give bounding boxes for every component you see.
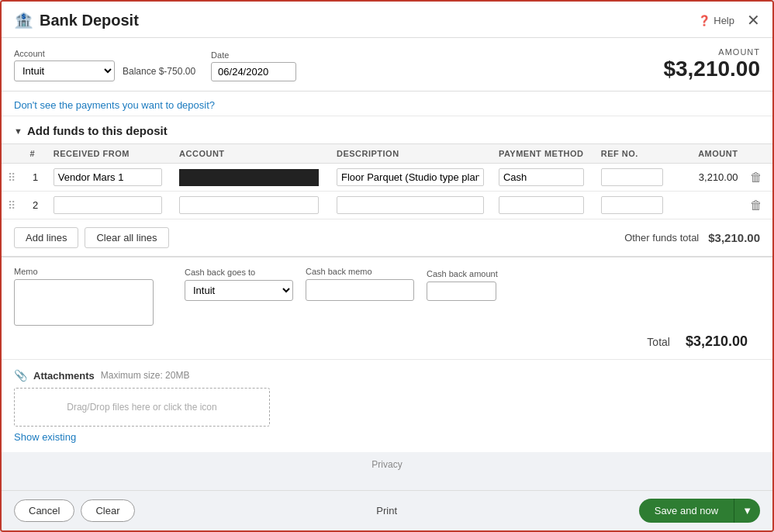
drop-zone[interactable]: Drag/Drop files here or click the icon [14, 388, 270, 427]
cancel-button[interactable]: Cancel [14, 499, 74, 522]
table-row: ⠿ 1 [2, 164, 772, 192]
ref-no-cell-1 [595, 164, 673, 192]
cash-back-amount-label: Cash back amount [427, 269, 498, 278]
account-select-wrap: Intuit Balance $-750.00 [14, 60, 195, 81]
clear-all-lines-button[interactable]: Clear all lines [85, 227, 168, 248]
attachments-label: Attachments [33, 370, 95, 382]
add-lines-button[interactable]: Add lines [14, 227, 78, 248]
other-funds-total: Other funds total $3,210.00 [624, 231, 760, 244]
memo-area: Memo [14, 267, 169, 326]
clear-button[interactable]: Clear [81, 499, 134, 522]
description-input-1[interactable] [337, 168, 484, 186]
cash-back-memo-field: Cash back memo ▲ ▼ [306, 267, 414, 301]
link-section: Don't see the payments you want to depos… [2, 92, 772, 116]
form-top: Account Intuit Balance $-750.00 Date AMO… [2, 38, 772, 92]
help-button[interactable]: ❓ Help [698, 15, 734, 26]
ref-no-input-1[interactable] [601, 168, 663, 186]
print-button[interactable]: Print [376, 505, 397, 516]
save-button-wrap: Save and now ▼ [639, 499, 760, 523]
modal-body: Don't see the payments you want to depos… [2, 92, 772, 490]
cash-back-memo-input[interactable] [306, 282, 414, 299]
received-from-cell-1 [47, 164, 173, 192]
footer-left: Cancel Clear [14, 499, 135, 522]
form-top-left: Account Intuit Balance $-750.00 Date [14, 49, 296, 81]
amount-cell-2 [673, 192, 744, 219]
account-header: ACCOUNT [173, 144, 330, 164]
delete-row-2-button[interactable]: 🗑 [750, 199, 762, 212]
modal-header: 🏦 Bank Deposit ❓ Help ✕ [2, 2, 772, 38]
close-button[interactable]: ✕ [747, 12, 760, 28]
drag-header [2, 144, 23, 164]
save-and-now-button[interactable]: Save and now [639, 499, 734, 523]
cash-back-amount-field: Cash back amount [427, 269, 498, 301]
drag-handle-icon[interactable]: ⠿ [8, 171, 16, 184]
delete-row-1-button[interactable]: 🗑 [750, 171, 762, 185]
delete-cell-1: 🗑 [744, 164, 772, 192]
drag-handle-icon-2[interactable]: ⠿ [8, 199, 16, 212]
received-from-input-1[interactable] [54, 168, 162, 186]
date-input[interactable] [211, 62, 296, 81]
received-from-cell-2 [47, 192, 173, 219]
row-number-2: 2 [23, 192, 47, 219]
account-select[interactable]: Intuit [14, 60, 115, 81]
total-label: Total [647, 336, 670, 348]
cash-back-memo-label: Cash back memo [306, 267, 414, 276]
modal-title: Bank Deposit [40, 12, 139, 29]
privacy-section: Privacy [2, 452, 772, 476]
ref-no-cell-2 [595, 192, 673, 219]
header-left: 🏦 Bank Deposit [14, 11, 139, 29]
max-size-text: Maximum size: 20MB [101, 370, 190, 381]
memo-label: Memo [14, 267, 169, 276]
table-actions-left: Add lines Clear all lines [14, 227, 169, 248]
delete-cell-2: 🗑 [744, 192, 772, 219]
account-cell-1 [173, 164, 330, 192]
modal-footer: Cancel Clear Print Save and now ▼ [2, 490, 772, 530]
collapse-triangle-icon[interactable]: ▼ [14, 126, 22, 136]
bank-deposit-modal: 🏦 Bank Deposit ❓ Help ✕ Account Intuit B… [0, 0, 774, 532]
description-input-2[interactable] [337, 196, 484, 214]
memo-textarea[interactable] [14, 279, 154, 326]
ref-no-header: REF NO. [595, 144, 673, 164]
amount-cell-1: 3,210.00 [673, 164, 744, 192]
payment-method-input-2[interactable] [499, 196, 584, 214]
drag-handle-cell: ⠿ [2, 164, 23, 192]
bank-deposit-icon: 🏦 [14, 11, 33, 29]
description-cell-2 [330, 192, 492, 219]
account-label: Account [14, 49, 195, 58]
cashback-section: Cash back goes to Intuit Cash back memo … [185, 267, 760, 301]
header-right: ❓ Help ✕ [698, 12, 760, 28]
account-input-2[interactable] [179, 196, 319, 214]
amount-header: AMOUNT [673, 144, 744, 164]
table-row: ⠿ 2 [2, 192, 772, 219]
received-from-input-2[interactable] [54, 196, 162, 214]
ref-no-input-2[interactable] [601, 196, 663, 214]
received-from-header: RECEIVED FROM [47, 144, 173, 164]
clip-icon: 📎 [14, 369, 27, 382]
account-cell-2 [173, 192, 330, 219]
drop-zone-text: Drag/Drop files here or click the icon [67, 402, 216, 413]
cash-back-amount-input[interactable] [427, 282, 496, 301]
table-actions: Add lines Clear all lines Other funds to… [2, 219, 772, 256]
cash-back-goes-to-label: Cash back goes to [185, 268, 293, 277]
cash-back-goes-to-select[interactable]: Intuit [185, 280, 293, 301]
delete-header [744, 144, 772, 164]
row-number-1: 1 [23, 164, 47, 192]
account-black-block-1[interactable] [179, 169, 319, 186]
balance-text: Balance $-750.00 [123, 66, 195, 77]
total-row: Total $3,210.00 [14, 326, 760, 350]
payments-link[interactable]: Don't see the payments you want to depos… [14, 99, 215, 111]
drag-handle-cell-2: ⠿ [2, 192, 23, 219]
num-header: # [23, 144, 47, 164]
payment-method-input-1[interactable] [499, 168, 584, 186]
add-funds-section: ▼ Add funds to this deposit # RECEIVED F… [2, 116, 772, 257]
add-funds-header: ▼ Add funds to this deposit [2, 116, 772, 143]
description-header: DESCRIPTION [330, 144, 492, 164]
show-existing-link[interactable]: Show existing [14, 431, 760, 443]
total-amount: $3,210.00 [686, 333, 748, 350]
other-funds-label: Other funds total [624, 232, 699, 244]
save-dropdown-button[interactable]: ▼ [734, 499, 760, 523]
cash-back-memo-stepper: ▲ ▼ [306, 279, 414, 301]
amount-value: $3,210.00 [663, 57, 760, 81]
privacy-text: Privacy [371, 459, 402, 470]
bottom-section: Memo Cash back goes to Intuit Cash back … [2, 257, 772, 359]
